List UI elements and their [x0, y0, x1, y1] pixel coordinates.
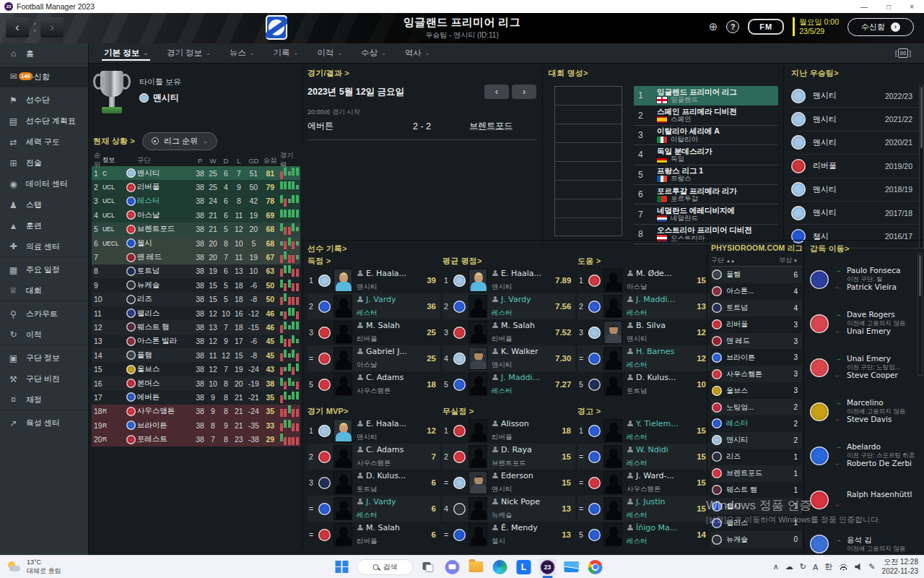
- stat-row[interactable]: 3 M. Salah: [443, 319, 575, 345]
- sidebar-item-inbox[interactable]: ✉ 149 수신함: [0, 66, 88, 87]
- file-explorer-button[interactable]: [468, 558, 485, 576]
- table-row[interactable]: 15 울브스 38 12 7 19 -24 43: [92, 362, 300, 376]
- weather-widget[interactable]: 13°C 대체로 흐림: [7, 558, 61, 575]
- tab-records[interactable]: 기록 ⌄: [264, 43, 308, 63]
- stat-row[interactable]: = É. Mendy: [443, 522, 575, 548]
- reputation-row[interactable]: 1 잉글랜드 프리미어 리그 잉글랜드: [634, 86, 778, 105]
- stat-row[interactable]: 5 Íñigo Ma...: [578, 522, 710, 548]
- sync-icon[interactable]: ↻: [800, 562, 806, 571]
- physio-row[interactable]: 맨시티 2: [711, 432, 802, 449]
- tab-history[interactable]: 역사 ⌄: [396, 43, 440, 63]
- manager-moves-link[interactable]: 감독 이동>: [810, 243, 924, 254]
- stat-row[interactable]: 2 C. Adams: [308, 444, 440, 470]
- winner-row[interactable]: 맨시티 2017/18: [791, 202, 924, 225]
- table-row[interactable]: 4 UCL 아스날 38 21 6 11 19 69: [92, 208, 300, 222]
- stat-row[interactable]: 1 Y. Tielem...: [578, 418, 710, 444]
- reputation-row[interactable]: 5 프랑스 리그 1 프랑스: [634, 165, 778, 185]
- ime-korean-indicator[interactable]: 한: [824, 561, 832, 572]
- reputation-row[interactable]: 2 스페인 프리메라 디비전 스페인: [634, 105, 778, 125]
- next-match-button[interactable]: ›: [512, 85, 536, 99]
- stat-row[interactable]: 1 E. Haala...: [308, 418, 440, 444]
- winner-row[interactable]: 맨시티 2018/19: [791, 178, 924, 202]
- physio-table-header[interactable]: 구단▲▲ 부상 ▼: [711, 255, 802, 267]
- sidebar-item-home[interactable]: ⌂ 홈: [0, 43, 88, 64]
- chrome-button[interactable]: [587, 558, 604, 576]
- stat-row[interactable]: 1 Alisson: [443, 418, 575, 444]
- pen-icon[interactable]: ✎: [868, 562, 875, 571]
- history-dropdown[interactable]: ˄ ˅: [33, 22, 36, 33]
- table-row[interactable]: 5 UEL 브렌트포드 38 21 5 12 20 68: [92, 223, 300, 236]
- match-section-link[interactable]: 경기/결과 >: [308, 68, 536, 79]
- clock[interactable]: 오전 12:28 2022-11-23: [882, 558, 918, 576]
- reputation-row[interactable]: 7 네덜란드 에레디비지에 네덜란드: [634, 204, 778, 224]
- table-row[interactable]: 14 풀햄 38 11 12 15 -8 45: [92, 348, 300, 362]
- sidebar-item-schedule[interactable]: ▦ 주요 일정: [0, 259, 88, 280]
- physio-row[interactable]: 토트넘 4: [711, 300, 802, 316]
- fm23-taskbar-button[interactable]: 23: [539, 558, 557, 576]
- stat-row[interactable]: = J. Vardy: [308, 496, 440, 522]
- winner-row[interactable]: 맨시티 2020/21: [791, 131, 924, 155]
- stat-row[interactable]: 2 J. Maddi...: [578, 293, 710, 319]
- sidebar-item-development-centre[interactable]: ↗ 육성 센터: [0, 413, 88, 434]
- table-row[interactable]: 20 R 포레스트 38 7 8 23 -38 29: [92, 432, 300, 446]
- prev-match-button[interactable]: ‹: [484, 85, 509, 99]
- stat-group-link[interactable]: 도움 >: [578, 256, 710, 267]
- sidebar-item-medical-centre[interactable]: ✚ 의료 센터: [0, 236, 88, 257]
- physio-row[interactable]: 울브스 3: [711, 382, 802, 399]
- physio-row[interactable]: 노팅엄... 2: [711, 399, 802, 415]
- scrollbar[interactable]: [918, 253, 923, 376]
- sidebar-item-club-info[interactable]: ▣ 구단 정보: [0, 348, 88, 368]
- mail-button[interactable]: [563, 558, 580, 576]
- stat-row[interactable]: 5 D. Kulus...: [578, 371, 710, 397]
- manager-move-entry[interactable]: Paulo Fonseca 이전 구단: 릴 Patrick Vieira: [810, 257, 924, 301]
- stat-row[interactable]: 4 Nick Pope: [443, 496, 575, 522]
- manager-move-entry[interactable]: Abelardo 이전 구단: 스포르팅 히혼 Roberto De Zerbi: [810, 434, 924, 478]
- reputation-row[interactable]: 6 포르투갈 프리메라 리가 포르투갈: [634, 185, 778, 204]
- current-status-link[interactable]: 현재 상황 >: [93, 136, 135, 147]
- table-row[interactable]: 7 맨 레드 38 20 7 11 19 67: [92, 250, 300, 264]
- title-holder-club[interactable]: 맨시티: [139, 92, 181, 104]
- physio-row[interactable]: 첼시 1: [711, 498, 802, 514]
- winner-row[interactable]: 맨시티 2022/23: [791, 85, 924, 108]
- physio-row[interactable]: 뉴캐슬 0: [711, 531, 802, 548]
- start-button[interactable]: [334, 558, 351, 576]
- sidebar-item-staff[interactable]: ♟ 스탭: [0, 194, 88, 215]
- table-row[interactable]: 8 토트넘 38 19 6 13 10 63: [92, 264, 300, 278]
- minimize-button[interactable]: —: [860, 3, 868, 11]
- table-row[interactable]: 1 C 맨시티 38 25 6 7 51 81: [92, 166, 300, 180]
- table-row[interactable]: 16 본머스 38 10 8 20 -19 38: [92, 376, 300, 390]
- stat-row[interactable]: = Gabriel J...: [308, 345, 440, 371]
- stat-row[interactable]: 5 J. Maddi...: [443, 371, 575, 397]
- onedrive-icon[interactable]: ☁: [785, 562, 793, 571]
- stat-row[interactable]: 1 E. Haala...: [308, 267, 440, 293]
- fm-menu-button[interactable]: FM: [748, 19, 784, 35]
- stat-row[interactable]: 1 M. Øde...: [578, 267, 710, 293]
- stat-row[interactable]: 3 D. Kulus...: [308, 470, 440, 496]
- stat-row[interactable]: = J. Justin: [578, 496, 710, 522]
- stat-row[interactable]: = H. Barnes: [578, 345, 710, 371]
- scrollbar[interactable]: [919, 85, 924, 249]
- stat-row[interactable]: 2 J. Vardy: [308, 293, 440, 319]
- fixture-row[interactable]: 에버튼 2 - 2 브렌트포드: [308, 120, 536, 140]
- volume-icon[interactable]: [855, 564, 862, 571]
- view-selector-dropdown[interactable]: 리그 순위 ⌄: [142, 132, 217, 150]
- sidebar-item-transfers[interactable]: ↻ 이적: [0, 324, 88, 345]
- reputation-section-link[interactable]: 대회 명성>: [549, 68, 783, 79]
- search-input[interactable]: 검색: [357, 559, 414, 575]
- wifi-icon[interactable]: [839, 564, 848, 570]
- table-row[interactable]: 17 에버튼 38 9 8 21 -21 35: [92, 390, 300, 404]
- table-header[interactable]: 순위 정보 구단 P W D L GD 승점 경기력: [92, 155, 300, 166]
- globe-icon[interactable]: ⊕: [709, 20, 718, 33]
- sidebar-item-squad-planner[interactable]: ▤ 선수단 계획표: [0, 111, 88, 131]
- stat-group-link[interactable]: 득점 >: [308, 256, 440, 267]
- close-button[interactable]: ×: [910, 3, 914, 11]
- help-button[interactable]: ?: [726, 20, 739, 33]
- winner-row[interactable]: 리버풀 2019/20: [791, 155, 924, 178]
- chat-button[interactable]: [444, 558, 461, 576]
- manager-move-entry[interactable]: Dave Rogers 이전에 고용되지 않음 Unai Emery: [810, 301, 924, 345]
- physio-row[interactable]: 웨스트 햄 1: [711, 482, 802, 499]
- stat-row[interactable]: 1 E. Haala...: [443, 267, 575, 293]
- physio-row[interactable]: 팰리스 1: [711, 514, 802, 531]
- stat-row[interactable]: 3 M. Salah: [308, 319, 440, 345]
- stat-group-link[interactable]: 평균 평점>: [443, 256, 575, 267]
